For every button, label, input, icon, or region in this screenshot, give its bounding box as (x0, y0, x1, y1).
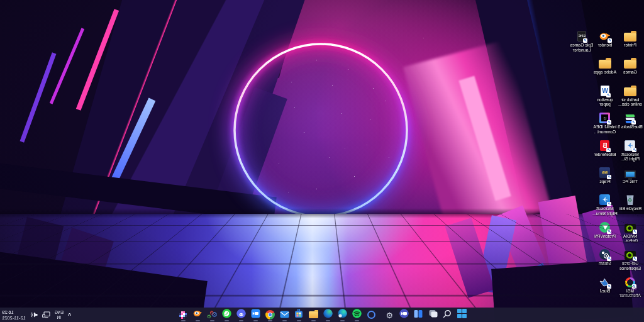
desktop-icon-protonvpn[interactable]: ↗ProtonVPN (592, 220, 618, 239)
msi-afterburner-icon: ↗ (625, 277, 635, 287)
desktop-icon-label: ProtonVPN (592, 234, 618, 239)
desktop-screen: PrinterGameskartick sir online clas...↗B… (0, 0, 644, 322)
desktop-icon-label: Bitdefender (592, 152, 618, 157)
desktop-icon-label: Fraps (592, 179, 618, 184)
taskbar: ⚙⚙⚙⚙ ^ ENG IN 16:29 12-11-2021 (0, 308, 644, 322)
language-line1: ENG (55, 310, 64, 315)
desktop-icon-label: Microsoft Flight Simu... (592, 206, 618, 216)
desktop-icon-steam[interactable]: ↗Steam (592, 247, 618, 266)
desktop-icon-epic-games-launcher[interactable]: EPIC↗Epic Games Launcher (569, 29, 594, 52)
shortcut-arrow-icon: ↗ (583, 38, 587, 43)
running-indicator (340, 320, 345, 321)
shortcut-arrow-icon: ↗ (608, 120, 612, 125)
volume-icon[interactable] (30, 311, 38, 318)
spotify-button[interactable] (350, 308, 364, 322)
steam-icon: ↗ (600, 249, 611, 260)
desktop-icon-kartick-sir-online-class[interactable]: kartick sir online clas... (618, 84, 643, 107)
whatsapp-button[interactable] (219, 308, 234, 322)
shortcut-arrow-icon: ↗ (607, 148, 611, 152)
chrome-button[interactable] (263, 308, 277, 322)
desktop-icon-label: question paper debe... (592, 97, 618, 108)
mail-button[interactable] (277, 308, 292, 322)
pixel-game-button[interactable] (176, 308, 191, 322)
running-indicator (297, 320, 301, 321)
adobe-apps-icon (599, 60, 611, 69)
games-icon (624, 60, 636, 69)
file-explorer-button[interactable] (306, 308, 321, 322)
edge-beta-icon (338, 309, 347, 321)
spotify-icon (352, 309, 362, 321)
running-indicator (210, 320, 214, 321)
edge-button[interactable] (321, 308, 335, 322)
desktop-icon-microsoft-flight-simu[interactable]: ✈↗Microsoft Flight Simu... (592, 192, 618, 216)
desktop-icon-intellij-idea-community[interactable]: IJ↗IntelliJ IDEA Communi... (592, 111, 618, 134)
network-icon[interactable] (42, 311, 50, 318)
edge-beta-button[interactable] (335, 308, 350, 322)
this-pc-icon (625, 170, 636, 178)
gears-app-button[interactable]: ⚙⚙⚙ (205, 308, 219, 322)
running-indicator (253, 320, 258, 321)
show-hidden-icons-button[interactable]: ^ (68, 312, 71, 318)
desktop-icon-adobe-apps[interactable]: Adobe apps (592, 56, 618, 75)
shortcut-arrow-icon: ↗ (633, 257, 637, 261)
desktop-icon-games[interactable]: Games (618, 56, 643, 75)
widgets-button[interactable] (411, 308, 426, 322)
desktop-icon-label: This PC (618, 179, 643, 184)
shortcut-arrow-icon: ↗ (632, 284, 636, 289)
task-view-button[interactable] (426, 308, 440, 322)
search-icon (443, 309, 452, 321)
desktop-icon-fraps[interactable]: 99↗Fraps (592, 165, 618, 184)
running-indicator (181, 320, 186, 321)
running-indicator (239, 320, 243, 321)
desktop-icon-printer[interactable]: Printer (618, 29, 643, 48)
desktop-icon-label: blender (592, 43, 618, 48)
desktop-icon-bluej[interactable]: ↗BlueJ (592, 275, 618, 294)
gears-app-icon: ⚙⚙⚙ (207, 311, 218, 319)
search-button[interactable] (440, 308, 455, 322)
whatsapp-icon (222, 309, 231, 321)
nvidia-geforce-icon: ↗ (625, 224, 636, 233)
intellij-idea-community-icon: IJ↗ (600, 113, 611, 123)
zoom-button[interactable] (248, 308, 263, 322)
desktop-icon-label: BlueStacks 5 (618, 125, 643, 130)
blender-button[interactable] (191, 308, 205, 322)
microsoft-flight-simu-icon: ✈↗ (600, 194, 611, 205)
chat-button[interactable] (397, 308, 411, 322)
bitdefender-icon: B↗ (601, 140, 610, 151)
ring-app-button[interactable] (364, 308, 379, 322)
desktop-icon-label: Epic Games Launcher (569, 43, 594, 52)
desktop-icon-microsoft-flight-si[interactable]: ✈↗Microsoft Flight Si... (618, 138, 643, 162)
desktop-icon-question-paper[interactable]: W↗question paper debe... (592, 84, 618, 108)
protonvpn-icon: ↗ (600, 222, 611, 233)
desktop-icon-geforce-experience[interactable]: ↗GeForce Experience (618, 247, 643, 270)
task-view-icon (428, 309, 438, 321)
running-indicator (225, 320, 229, 321)
chrome-icon (265, 310, 275, 319)
shortcut-arrow-icon: ↗ (608, 202, 612, 206)
desktop-icon-bitdefender[interactable]: B↗Bitdefender (592, 138, 618, 157)
desktop-icon-blender[interactable]: ↗blender (592, 29, 618, 48)
kartick-sir-online-class-icon (624, 87, 636, 96)
running-indicator (326, 320, 330, 321)
running-indicator (268, 320, 272, 321)
settings-button[interactable]: ⚙ (382, 308, 397, 322)
clock[interactable]: 16:29 12-11-2021 (2, 309, 26, 321)
discord-button[interactable] (234, 308, 248, 322)
language-line2: IN (55, 315, 64, 320)
desktop-icon-nvidia-geforce[interactable]: ↗NVIDIA GeFor... (618, 220, 643, 243)
running-indicator (311, 320, 316, 321)
desktop-icon-label: Steam (592, 261, 618, 266)
desktop-icon-bluestacks-5[interactable]: ↗BlueStacks 5 (618, 111, 643, 130)
microsoft-store-button[interactable] (292, 308, 306, 322)
chat-icon (399, 309, 409, 321)
running-indicator (282, 320, 287, 321)
desktop-icon-msi-afterburner[interactable]: ↗MSI Afterburner (618, 275, 643, 298)
desktop-icon-recycle-bin[interactable]: ♻Recycle Bin (618, 192, 643, 211)
start-icon (457, 309, 467, 321)
language-indicator[interactable]: ENG IN (55, 310, 64, 319)
start-button[interactable] (455, 308, 469, 322)
desktop-icon-label: Adobe apps (592, 70, 618, 75)
desktop-icon-this-pc[interactable]: This PC (618, 165, 643, 184)
shortcut-arrow-icon: ↗ (608, 38, 613, 43)
shortcut-arrow-icon: ↗ (606, 93, 611, 97)
